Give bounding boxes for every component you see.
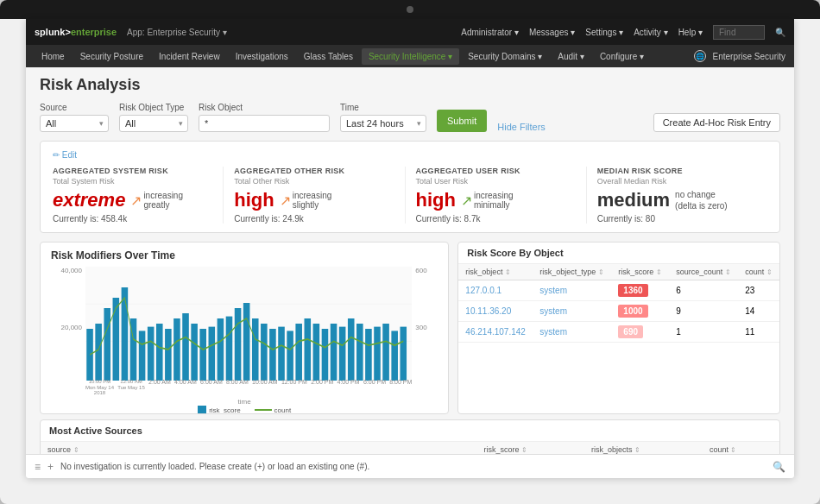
x-label-12: 8:00 PM [389, 379, 412, 396]
score-3: 690 [618, 325, 643, 338]
nav-settings[interactable]: Settings ▾ [585, 28, 623, 37]
nav-configure[interactable]: Configure ▾ [593, 48, 651, 65]
status-search-icon[interactable]: 🔍 [773, 461, 785, 473]
risk-by-object-panel: Risk Score By Object risk_object ⇕ risk_… [457, 242, 780, 414]
svg-rect-22 [261, 324, 268, 381]
plus-icon[interactable]: + [47, 461, 54, 473]
most-active-sources-title: Most Active Sources [41, 420, 779, 442]
status-bar: ≡ + No investigation is currently loaded… [26, 454, 794, 478]
x-label-4: 4:00 AM [174, 379, 197, 396]
user-risk-currently: Currently is: 8.7k [416, 214, 576, 224]
system-risk-currently: Currently is: 458.4k [53, 214, 212, 224]
chart-legend: time [51, 398, 438, 406]
edit-link[interactable]: ✏ Edit [53, 150, 767, 160]
legend-risk-score-box [198, 406, 206, 414]
lower-section: Risk Modifiers Over Time 40,000 20,000 6… [40, 242, 780, 414]
risk-object-type-select-wrap: All [119, 115, 188, 132]
filter-source: Source All [40, 103, 109, 132]
source-count-2: 9 [669, 301, 738, 322]
submit-button[interactable]: Submit [437, 110, 487, 132]
metric-median-risk: MEDIAN RISK SCORE Overall Median Risk me… [597, 167, 767, 224]
y-axis-right: 600 300 [413, 267, 438, 396]
nav-right: 🌐 Enterprise Security [694, 50, 785, 62]
col-count-src[interactable]: count ⇕ [703, 442, 779, 454]
filter-risk-object: Risk Object [199, 103, 330, 132]
nav-help[interactable]: Help ▾ [678, 28, 703, 37]
svg-rect-16 [209, 327, 216, 381]
y-left-top: 40,000 [61, 267, 82, 274]
risk-type-2[interactable]: system [539, 306, 567, 316]
nav-activity[interactable]: Activity ▾ [634, 28, 667, 37]
metric-system-risk: AGGREGATED SYSTEM RISK Total System Risk… [53, 167, 224, 224]
svg-rect-30 [331, 324, 337, 381]
risk-type-1[interactable]: system [539, 286, 567, 295]
svg-rect-21 [252, 318, 259, 381]
nav-security-posture[interactable]: Security Posture [73, 48, 150, 65]
time-select[interactable]: Last 24 hours [340, 115, 426, 132]
col-risk-score[interactable]: risk_score ⇕ [611, 264, 669, 280]
col-risk-object[interactable]: risk_object ⇕ [458, 264, 533, 280]
menu-icon[interactable]: ≡ [35, 461, 41, 473]
x-axis: 10:00 PMMon May 142018 12:00 AMTue May 1… [85, 379, 412, 396]
risk-object-1[interactable]: 127.0.0.1 [465, 286, 501, 295]
system-risk-value: extreme [53, 189, 125, 211]
create-adhoc-button[interactable]: Create Ad-Hoc Risk Entry [653, 113, 780, 132]
user-risk-value: high [416, 189, 456, 211]
count-3: 11 [738, 322, 779, 343]
nav-security-domains[interactable]: Security Domains ▾ [461, 48, 549, 65]
nav-glass-tables[interactable]: Glass Tables [297, 48, 360, 65]
col-risk-score-src[interactable]: risk_score ⇕ [476, 442, 584, 454]
y-right-mid: 300 [415, 324, 426, 331]
main-container: splunk>enterprise App: Enterprise Securi… [26, 19, 794, 478]
nav-main: Home Security Posture Incident Review In… [26, 45, 794, 67]
count-1: 23 [738, 280, 779, 301]
nav-investigations[interactable]: Investigations [229, 48, 295, 65]
legend-count-label: count [274, 406, 292, 414]
hide-filters-link[interactable]: Hide Filters [497, 122, 546, 132]
nav-security-intelligence[interactable]: Security Intelligence ▾ [362, 48, 459, 65]
svg-rect-13 [182, 313, 189, 381]
median-risk-subtitle: Overall Median Risk [597, 177, 757, 186]
svg-rect-36 [382, 324, 389, 381]
other-risk-title: AGGREGATED OTHER RISK [234, 167, 394, 175]
content-area: Risk Analysis Source All Risk Object Typ… [26, 67, 794, 454]
col-source[interactable]: source ⇕ [41, 442, 476, 454]
y-axis-left: 40,000 20,000 [51, 267, 84, 396]
svg-rect-34 [365, 329, 372, 381]
chart-area: 40,000 20,000 600 300 [51, 267, 438, 396]
source-count-1: 6 [669, 280, 738, 301]
svg-rect-31 [339, 327, 346, 381]
nav-messages[interactable]: Messages ▾ [529, 28, 575, 37]
col-count[interactable]: count ⇕ [738, 264, 779, 280]
nav-top-right: Administrator ▾ Messages ▾ Settings ▾ Ac… [461, 25, 785, 40]
risk-object-3[interactable]: 46.214.107.142 [465, 327, 526, 337]
nav-administrator[interactable]: Administrator ▾ [461, 28, 519, 37]
risk-object-input[interactable] [199, 115, 330, 132]
col-risk-object-type[interactable]: risk_object_type ⇕ [533, 264, 611, 280]
top-bar-dot [407, 6, 413, 13]
table-row: 127.0.0.1 system 1360 6 23 [458, 280, 779, 301]
x-label-8: 12:00 PM [281, 379, 307, 396]
x-label-7: 10:00 AM [252, 379, 278, 396]
col-source-count[interactable]: source_count ⇕ [669, 264, 738, 280]
score-2: 1000 [618, 305, 647, 318]
nav-incident-review[interactable]: Incident Review [152, 48, 227, 65]
page-title: Risk Analysis [40, 76, 780, 94]
risk-object-type-select[interactable]: All [119, 115, 188, 132]
col-risk-objects-src[interactable]: risk_objects ⇕ [584, 442, 703, 454]
nav-top: splunk>enterprise App: Enterprise Securi… [26, 19, 794, 45]
nav-audit[interactable]: Audit ▾ [551, 48, 591, 65]
risk-type-3[interactable]: system [539, 327, 567, 337]
nav-home[interactable]: Home [35, 48, 72, 65]
x-label-1: 10:00 PMMon May 142018 [85, 379, 114, 396]
find-input[interactable] [713, 25, 765, 40]
app-name[interactable]: App: Enterprise Security ▾ [127, 28, 227, 37]
risk-object-2[interactable]: 10.11.36.20 [465, 306, 511, 316]
svg-rect-11 [165, 329, 172, 381]
svg-rect-19 [235, 308, 242, 381]
risk-panel: ✏ Edit AGGREGATED SYSTEM RISK Total Syst… [40, 141, 780, 233]
risk-by-object-header-row: risk_object ⇕ risk_object_type ⇕ risk_sc… [458, 264, 779, 280]
system-risk-trend: ↗ increasing greatly [130, 191, 183, 210]
time-select-wrap: Last 24 hours [340, 115, 426, 132]
source-select[interactable]: All [40, 115, 109, 132]
